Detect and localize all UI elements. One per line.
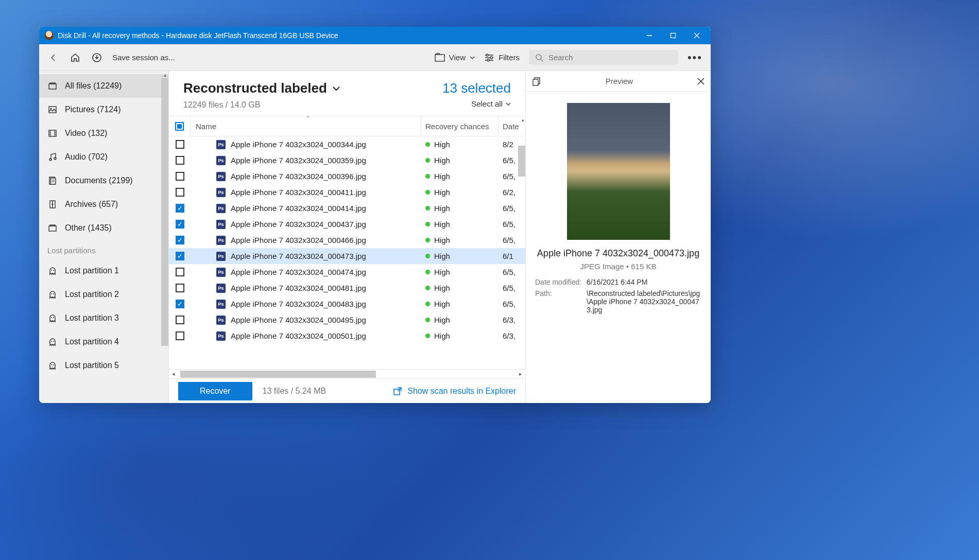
svg-point-36	[51, 270, 52, 271]
sidebar-item-lost-2[interactable]: Lost partition 2	[39, 283, 168, 306]
row-checkbox[interactable]	[169, 172, 191, 181]
file-row[interactable]: ✓PsApple iPhone 7 4032x3024_000473.jpgHi…	[169, 248, 525, 264]
preview-filename: Apple iPhone 7 4032x3024_000473.jpg	[526, 248, 711, 259]
sidebar-scrollbar[interactable]	[161, 78, 168, 346]
app-window: Disk Drill - All recovery methods - Hard…	[39, 27, 711, 403]
svg-point-9	[486, 54, 488, 56]
recovery-text: High	[434, 268, 450, 276]
search-box[interactable]	[529, 50, 678, 65]
file-row[interactable]: ✓PsApple iPhone 7 4032x3024_000414.jpgHi…	[169, 200, 525, 216]
file-row[interactable]: ✓PsApple iPhone 7 4032x3024_000466.jpgHi…	[169, 232, 525, 248]
row-checkbox[interactable]: ✓	[169, 236, 191, 244]
sidebar-item-lost-4[interactable]: Lost partition 4	[39, 330, 168, 354]
file-name-text: Apple iPhone 7 4032x3024_000396.jpg	[231, 172, 366, 181]
svg-rect-34	[49, 226, 56, 231]
back-button[interactable]	[47, 51, 60, 64]
save-session-icon[interactable]	[91, 51, 103, 64]
file-row[interactable]: PsApple iPhone 7 4032x3024_000344.jpgHig…	[169, 136, 525, 152]
date-cell: 6/5,	[499, 300, 525, 308]
row-checkbox[interactable]	[169, 331, 191, 340]
sidebar-item-archives[interactable]: Archives (657)	[39, 192, 168, 216]
file-row[interactable]: PsApple iPhone 7 4032x3024_000495.jpgHig…	[169, 312, 525, 328]
show-in-explorer-link[interactable]: Show scan results in Explorer	[393, 387, 516, 396]
file-row[interactable]: PsApple iPhone 7 4032x3024_000396.jpgHig…	[169, 168, 525, 184]
preview-header: Preview	[526, 71, 711, 92]
sidebar-item-audio[interactable]: Audio (702)	[39, 145, 168, 169]
status-dot-icon	[425, 206, 430, 211]
recover-button[interactable]: Recover	[178, 382, 252, 400]
row-checkbox[interactable]	[169, 188, 191, 197]
sidebar-item-label: Archives (657)	[65, 200, 118, 209]
minimize-button[interactable]	[638, 27, 661, 44]
row-checkbox[interactable]	[169, 268, 191, 276]
date-cell: 6/3,	[499, 316, 525, 324]
sidebar-item-lost-3[interactable]: Lost partition 3	[39, 306, 168, 330]
scroll-left-icon[interactable]: ◂	[169, 371, 178, 377]
results-heading[interactable]: Reconstructed labeled	[183, 80, 442, 96]
scroll-up-icon[interactable]: ▴	[522, 117, 524, 122]
row-checkbox[interactable]: ✓	[169, 300, 191, 308]
close-button[interactable]	[685, 27, 709, 44]
more-button[interactable]: •••	[688, 51, 702, 64]
file-row[interactable]: PsApple iPhone 7 4032x3024_000359.jpgHig…	[169, 152, 525, 168]
svg-point-42	[51, 341, 52, 342]
lost-partitions-header: Lost partitions	[39, 240, 168, 259]
column-recovery[interactable]: Recovery chances	[421, 116, 499, 136]
photoshop-file-icon: Ps	[216, 268, 226, 277]
file-row[interactable]: PsApple iPhone 7 4032x3024_000411.jpgHig…	[169, 184, 525, 200]
sidebar-item-other[interactable]: Other (1435)	[39, 216, 168, 240]
sidebar-item-label: All files (12249)	[65, 81, 122, 91]
header-checkbox[interactable]	[169, 116, 191, 136]
close-preview-button[interactable]	[697, 78, 705, 85]
file-row[interactable]: PsApple iPhone 7 4032x3024_000474.jpgHig…	[169, 264, 525, 280]
file-row[interactable]: ✓PsApple iPhone 7 4032x3024_000483.jpgHi…	[169, 296, 525, 312]
sidebar-item-video[interactable]: Video (132)	[39, 121, 168, 145]
sidebar-item-all-files[interactable]: All files (12249)	[39, 74, 168, 98]
preview-filetype: JPEG Image • 615 KB	[526, 262, 711, 271]
column-name-label: Name	[196, 122, 216, 131]
hscroll-thumb[interactable]	[180, 371, 376, 378]
sidebar-item-lost-5[interactable]: Lost partition 5	[39, 354, 168, 377]
copy-icon[interactable]	[532, 77, 541, 86]
scroll-right-icon[interactable]: ▸	[516, 371, 525, 377]
row-checkbox[interactable]: ✓	[169, 220, 191, 229]
row-checkbox[interactable]	[169, 316, 191, 324]
sidebar-item-lost-1[interactable]: Lost partition 1	[39, 259, 168, 283]
select-all-dropdown[interactable]: Select all	[442, 99, 511, 108]
view-dropdown[interactable]: View	[435, 53, 475, 62]
svg-point-11	[487, 59, 489, 61]
status-dot-icon	[425, 190, 430, 195]
file-name-cell: PsApple iPhone 7 4032x3024_000474.jpg	[191, 268, 421, 277]
search-input[interactable]	[548, 53, 672, 62]
sidebar-item-documents[interactable]: Documents (2199)	[39, 169, 168, 192]
vertical-scrollbar[interactable]	[518, 146, 525, 177]
file-row[interactable]: PsApple iPhone 7 4032x3024_000481.jpgHig…	[169, 280, 525, 296]
row-checkbox[interactable]	[169, 140, 191, 149]
file-name-cell: PsApple iPhone 7 4032x3024_000344.jpg	[191, 140, 421, 149]
column-name[interactable]: ⌃ Name	[191, 116, 421, 136]
recovery-cell: High	[421, 300, 499, 308]
recovery-cell: High	[421, 156, 499, 165]
file-row[interactable]: PsApple iPhone 7 4032x3024_000501.jpgHig…	[169, 328, 525, 344]
filters-button[interactable]: Filters	[484, 53, 520, 62]
recovery-cell: High	[421, 316, 499, 324]
ghost-icon	[47, 337, 58, 347]
column-date[interactable]: Date ▴	[499, 116, 525, 136]
home-button[interactable]	[69, 51, 81, 64]
row-checkbox[interactable]: ✓	[169, 204, 191, 213]
maximize-button[interactable]	[661, 27, 685, 44]
filters-label: Filters	[499, 53, 520, 62]
sidebar-item-label: Video (132)	[65, 129, 107, 138]
row-checkbox[interactable]	[169, 284, 191, 292]
file-name-text: Apple iPhone 7 4032x3024_000501.jpg	[231, 331, 366, 340]
row-checkbox[interactable]	[169, 156, 191, 165]
row-checkbox[interactable]: ✓	[169, 252, 191, 260]
sidebar-scroll-up[interactable]: ▴	[161, 71, 168, 78]
svg-rect-15	[50, 83, 55, 84]
sidebar-item-pictures[interactable]: Pictures (7124)	[39, 98, 168, 121]
file-row[interactable]: ✓PsApple iPhone 7 4032x3024_000437.jpgHi…	[169, 216, 525, 232]
chevron-down-icon	[332, 86, 340, 91]
horizontal-scrollbar[interactable]: ◂ ▸	[169, 369, 525, 378]
file-name-cell: PsApple iPhone 7 4032x3024_000411.jpg	[191, 188, 421, 197]
save-session-button[interactable]: Save session as...	[112, 53, 175, 62]
